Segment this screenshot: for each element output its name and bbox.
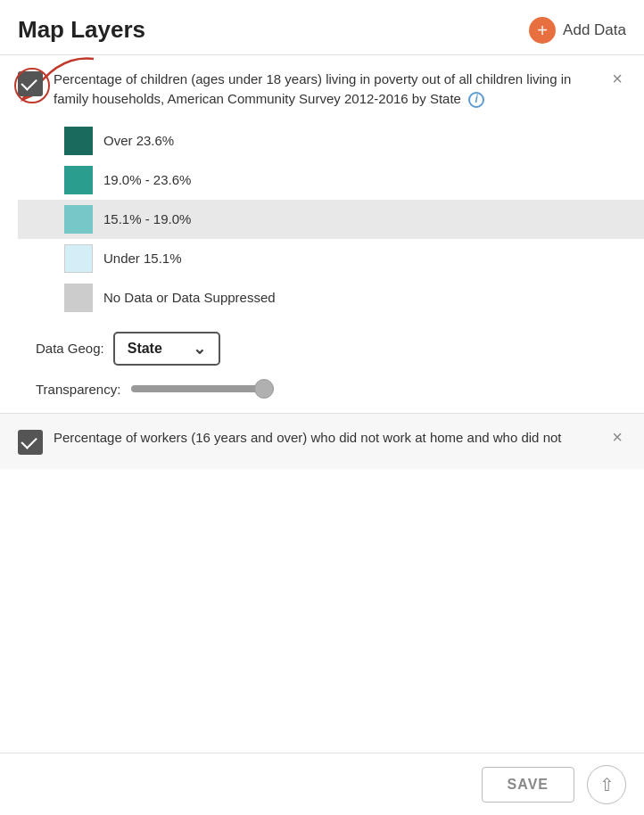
share-button[interactable]: ⇧ [587, 765, 626, 804]
layer-item-2: Percentage of workers (16 years and over… [0, 414, 644, 469]
layer2-close-button[interactable]: × [608, 428, 626, 446]
legend-item-3: Under 15.1% [64, 239, 626, 278]
legend-swatch-2 [64, 205, 93, 234]
layer1-text: Percentage of children (ages under 18 ye… [54, 70, 598, 109]
layer1-checkbox[interactable] [18, 71, 43, 96]
bottom-bar: SAVE ⇧ [0, 753, 644, 815]
layer-item-1: Percentage of children (ages under 18 ye… [0, 55, 644, 413]
info-icon[interactable]: i [468, 92, 484, 108]
panel: Map Layers + Add Data Percentage of chil… [0, 0, 644, 815]
add-data-label: Add Data [563, 21, 626, 39]
layer1-close-button[interactable]: × [608, 70, 626, 87]
layer2-checkbox-wrapper [18, 430, 43, 455]
legend-label-0: Over 23.6% [103, 133, 174, 148]
transparency-label: Transparency: [36, 382, 120, 397]
share-icon: ⇧ [599, 774, 615, 795]
chevron-down-icon: ⌄ [193, 339, 206, 358]
add-data-button[interactable]: + Add Data [529, 17, 626, 44]
header: Map Layers + Add Data [0, 0, 644, 55]
legend-item-2: 15.1% - 19.0% [18, 200, 644, 239]
legend-item-4: No Data or Data Suppressed [64, 278, 626, 317]
legend-label-4: No Data or Data Suppressed [103, 290, 276, 305]
layer2-checkbox[interactable] [18, 430, 43, 455]
transparency-row: Transparency: [18, 366, 626, 413]
layer1-legend: Over 23.6% 19.0% - 23.6% 15.1% - 19.0% U… [64, 121, 626, 317]
data-geog-select[interactable]: State ⌄ [113, 332, 220, 366]
slider-thumb [254, 379, 274, 399]
add-data-icon: + [529, 17, 556, 44]
legend-label-1: 19.0% - 23.6% [103, 172, 191, 187]
layer1-checkbox-wrapper [18, 71, 43, 96]
legend-swatch-0 [64, 127, 93, 155]
data-geog-value: State [128, 341, 162, 357]
legend-label-2: 15.1% - 19.0% [103, 211, 191, 226]
layer2-text: Percentage of workers (16 years and over… [54, 428, 598, 448]
data-geog-row: Data Geog: State ⌄ [18, 317, 626, 366]
save-button[interactable]: SAVE [482, 767, 574, 803]
data-geog-label: Data Geog: [36, 341, 104, 356]
legend-swatch-1 [64, 166, 93, 194]
layer1-red-ring-annotation [14, 68, 50, 103]
legend-swatch-3 [64, 244, 93, 273]
page-title: Map Layers [18, 16, 145, 44]
legend-item-1: 19.0% - 23.6% [64, 161, 626, 200]
transparency-slider[interactable] [131, 385, 274, 392]
legend-swatch-4 [64, 284, 93, 312]
legend-label-3: Under 15.1% [103, 251, 182, 266]
legend-item-0: Over 23.6% [64, 121, 626, 161]
